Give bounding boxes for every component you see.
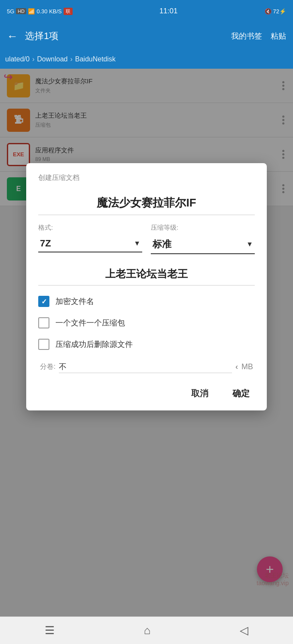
nav-title: 选择1项 bbox=[25, 30, 224, 43]
breadcrumb: ulated/0 › Download › BaiduNetdisk bbox=[0, 50, 293, 69]
wifi-icon: 📶 bbox=[28, 8, 35, 15]
dialog-title: 创建压缩文档 bbox=[38, 173, 255, 182]
clock: 11:01 bbox=[159, 7, 178, 15]
status-right: 🔇 72⚡ bbox=[265, 8, 286, 15]
battery-text: 72⚡ bbox=[273, 8, 286, 15]
volume-row: 分卷: ‹ MB bbox=[38, 360, 255, 373]
breadcrumb-path2[interactable]: Download bbox=[37, 55, 67, 63]
dialog: 创建压缩文档 魔法少女赛拉菲尔IF 格式: 7Z ▼ 压缩等级: 标准 ▼ bbox=[26, 163, 267, 410]
level-group: 压缩等级: 标准 ▼ bbox=[151, 224, 255, 254]
checkbox-encrypt-label: 加密文件名 bbox=[55, 296, 94, 307]
format-row: 格式: 7Z ▼ 压缩等级: 标准 ▼ bbox=[38, 224, 255, 254]
bottom-nav: ☰ ⌂ ◁ bbox=[0, 617, 293, 644]
back-button[interactable]: ← bbox=[7, 30, 18, 43]
hd-badge: HD bbox=[16, 8, 26, 14]
bottom-menu-icon[interactable]: ☰ bbox=[45, 624, 55, 637]
level-dropdown-icon: ▼ bbox=[246, 240, 253, 248]
checkbox-one-file[interactable]: 一个文件一个压缩包 bbox=[38, 317, 255, 328]
level-value: 标准 bbox=[153, 238, 171, 251]
checkbox-one-file-label: 一个文件一个压缩包 bbox=[55, 318, 125, 328]
format-value: 7Z bbox=[40, 238, 51, 249]
format-dropdown-icon: ▼ bbox=[134, 240, 140, 247]
volume-label: 分卷: bbox=[40, 362, 55, 371]
checkbox-encrypt-filename[interactable]: 加密文件名 bbox=[38, 296, 255, 307]
dialog-filename-field[interactable]: 魔法少女赛拉菲尔IF bbox=[38, 191, 255, 215]
breadcrumb-path3[interactable]: BaiduNetdisk bbox=[75, 55, 116, 63]
checkbox-delete-source[interactable]: 压缩成功后删除源文件 bbox=[38, 339, 255, 350]
status-left: 5G HD 📶 0.30 KB/S 联 bbox=[7, 8, 73, 15]
paste-button[interactable]: 粘贴 bbox=[271, 31, 286, 41]
password-field[interactable]: 上老王论坛当老王 bbox=[38, 263, 255, 286]
nav-actions: 我的书签 粘贴 bbox=[231, 31, 286, 41]
format-label: 格式: bbox=[38, 224, 142, 232]
mute-icon: 🔇 bbox=[265, 8, 272, 15]
format-group: 格式: 7Z ▼ bbox=[38, 224, 142, 254]
modal-overlay: 创建压缩文档 魔法少女赛拉菲尔IF 格式: 7Z ▼ 压缩等级: 标准 ▼ bbox=[0, 69, 293, 617]
carrier-badge: 联 bbox=[64, 8, 73, 15]
volume-unit: MB bbox=[241, 362, 253, 371]
volume-input[interactable] bbox=[59, 360, 232, 373]
format-select[interactable]: 7Z ▼ bbox=[38, 235, 142, 252]
nav-bar: ← 选择1项 我的书签 粘贴 bbox=[0, 22, 293, 50]
confirm-button[interactable]: 确定 bbox=[227, 385, 255, 402]
level-select[interactable]: 标准 ▼ bbox=[151, 235, 255, 254]
dialog-buttons: 取消 确定 bbox=[38, 385, 255, 402]
checkbox-delete-label: 压缩成功后删除源文件 bbox=[55, 339, 133, 349]
breadcrumb-path1[interactable]: ulated/0 bbox=[5, 55, 30, 63]
speed-text: 0.30 KB/S bbox=[37, 8, 62, 15]
bottom-home-icon[interactable]: ⌂ bbox=[144, 624, 151, 637]
checkbox-delete-icon[interactable] bbox=[38, 339, 49, 350]
breadcrumb-sep1: › bbox=[32, 55, 34, 63]
level-label: 压缩等级: bbox=[151, 224, 255, 232]
checkbox-one-file-icon[interactable] bbox=[38, 317, 49, 328]
signal-icon: 5G bbox=[7, 8, 14, 15]
checkbox-encrypt-icon[interactable] bbox=[38, 296, 49, 307]
bottom-back-icon[interactable]: ◁ bbox=[240, 624, 248, 637]
bookmark-button[interactable]: 我的书签 bbox=[231, 31, 262, 41]
cancel-button[interactable]: 取消 bbox=[186, 385, 214, 402]
file-list: ↩ 📁 魔法少女赛拉菲尔IF 文件夹 🗜 上老王论坛当老王 压缩包 EXE 应用… bbox=[0, 69, 293, 617]
volume-arrow-icon[interactable]: ‹ bbox=[235, 362, 238, 371]
status-bar: 5G HD 📶 0.30 KB/S 联 11:01 🔇 72⚡ bbox=[0, 0, 293, 22]
breadcrumb-sep2: › bbox=[70, 55, 72, 63]
